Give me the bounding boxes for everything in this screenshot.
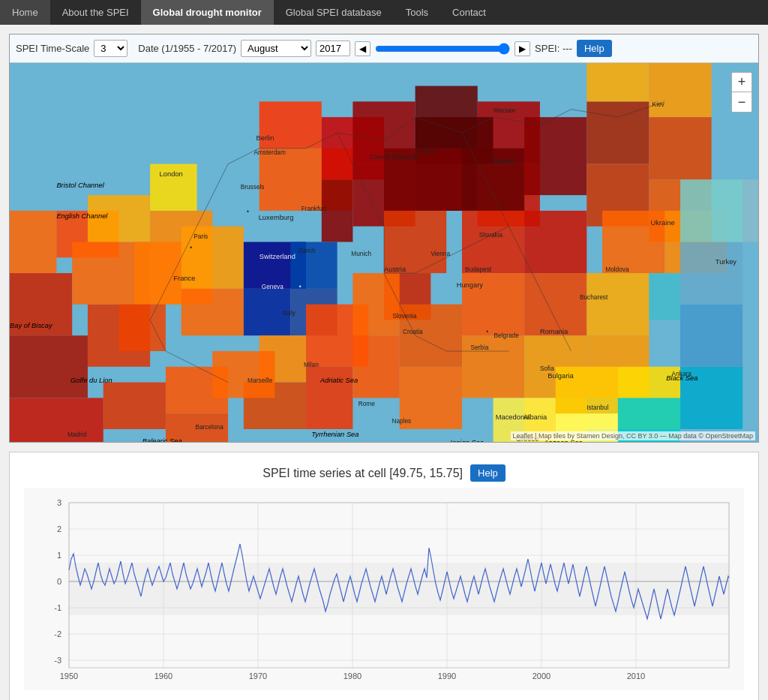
svg-rect-48 bbox=[352, 335, 399, 398]
nav-database[interactable]: Global SPEI database bbox=[274, 0, 394, 25]
map-svg: Berlin Prague Brussels Luxemburg Zurich … bbox=[10, 63, 758, 442]
svg-text:Berlin: Berlin bbox=[256, 134, 274, 142]
nav-contact[interactable]: Contact bbox=[440, 0, 498, 25]
svg-text:2: 2 bbox=[57, 524, 62, 533]
svg-text:Adriatic Sea: Adriatic Sea bbox=[320, 377, 358, 384]
svg-text:-2: -2 bbox=[54, 629, 62, 638]
svg-text:Romania: Romania bbox=[540, 328, 568, 335]
svg-text:2010: 2010 bbox=[627, 671, 645, 680]
svg-text:Ionian Sea: Ionian Sea bbox=[450, 439, 484, 442]
chart-svg: 3 2 1 0 -1 -2 -3 1950 1960 1970 1980 199… bbox=[22, 488, 746, 690]
svg-text:Macedonia: Macedonia bbox=[496, 413, 531, 421]
svg-text:Bay of Biscay: Bay of Biscay bbox=[10, 322, 53, 329]
svg-rect-12 bbox=[182, 289, 244, 335]
chart-container: 3 2 1 0 -1 -2 -3 1950 1960 1970 1980 199… bbox=[22, 488, 746, 690]
svg-text:Austria: Austria bbox=[384, 266, 406, 273]
navigation: Home About the SPEI Global drought monit… bbox=[0, 0, 768, 25]
svg-rect-69 bbox=[680, 179, 742, 242]
svg-text:Geneva: Geneva bbox=[262, 283, 284, 290]
zoom-in-button[interactable]: + bbox=[732, 73, 752, 92]
svg-text:Munich: Munich bbox=[351, 250, 371, 257]
svg-text:Balearic Sea: Balearic Sea bbox=[142, 437, 182, 442]
map-toolbar: SPEI Time-Scale 3 6 12 24 48 Date (1/195… bbox=[10, 35, 758, 63]
svg-rect-42 bbox=[524, 273, 586, 335]
svg-rect-44 bbox=[384, 211, 446, 273]
svg-rect-10 bbox=[134, 242, 181, 304]
svg-text:•: • bbox=[247, 208, 249, 215]
svg-text:Black Sea: Black Sea bbox=[666, 375, 698, 383]
month-select[interactable]: JanuaryFebruaryMarch AprilMayJune JulyAu… bbox=[241, 40, 311, 57]
svg-rect-70 bbox=[10, 398, 104, 442]
svg-rect-68 bbox=[649, 273, 680, 320]
svg-rect-49 bbox=[352, 273, 399, 335]
nav-monitor[interactable]: Global drought monitor bbox=[141, 0, 274, 25]
map-section: SPEI Time-Scale 3 6 12 24 48 Date (1/195… bbox=[9, 34, 759, 443]
svg-text:Kiev: Kiev bbox=[652, 101, 665, 108]
svg-text:Tyrrhenian Sea: Tyrrhenian Sea bbox=[311, 431, 358, 438]
spei-value-display: SPEI: --- bbox=[535, 43, 572, 54]
chart-section: SPEI time series at cell [49.75, 15.75] … bbox=[9, 452, 759, 700]
nav-home[interactable]: Home bbox=[0, 0, 50, 25]
svg-rect-71 bbox=[104, 383, 166, 429]
svg-text:0: 0 bbox=[57, 577, 62, 586]
svg-text:Bristol Channel: Bristol Channel bbox=[56, 182, 104, 189]
nav-about[interactable]: About the SPEI bbox=[50, 0, 141, 25]
svg-text:Brussels: Brussels bbox=[241, 183, 265, 191]
svg-text:Warsaw: Warsaw bbox=[494, 107, 517, 114]
svg-text:Golfe du Lion: Golfe du Lion bbox=[70, 377, 112, 384]
svg-text:Hungary: Hungary bbox=[457, 281, 484, 289]
svg-rect-74 bbox=[212, 351, 274, 398]
chart-help-button[interactable]: Help bbox=[470, 464, 506, 482]
svg-rect-4 bbox=[10, 335, 88, 398]
map-canvas[interactable]: Berlin Prague Brussels Luxemburg Zurich … bbox=[10, 63, 758, 442]
svg-text:Italy: Italy bbox=[283, 309, 296, 317]
svg-rect-34 bbox=[649, 117, 711, 179]
date-slider[interactable] bbox=[375, 43, 510, 55]
svg-text:Poland: Poland bbox=[491, 158, 513, 166]
svg-text:Slovakia: Slovakia bbox=[479, 231, 503, 239]
svg-text:•: • bbox=[299, 283, 302, 290]
svg-text:1960: 1960 bbox=[154, 671, 172, 680]
svg-rect-32 bbox=[586, 101, 649, 164]
svg-text:Turkey: Turkey bbox=[716, 258, 737, 266]
next-arrow-button[interactable]: ▶ bbox=[514, 41, 530, 56]
svg-rect-31 bbox=[524, 117, 586, 195]
svg-rect-39 bbox=[586, 63, 649, 101]
svg-text:Istanbul: Istanbul bbox=[586, 404, 608, 411]
svg-text:France: France bbox=[173, 275, 195, 282]
svg-text:2000: 2000 bbox=[532, 671, 550, 680]
chart-title: SPEI time series at cell [49.75, 15.75] bbox=[262, 467, 463, 480]
svg-text:1980: 1980 bbox=[344, 671, 362, 680]
svg-text:Rome: Rome bbox=[358, 400, 376, 407]
svg-text:Marseille: Marseille bbox=[248, 377, 273, 384]
svg-text:Barcelona: Barcelona bbox=[195, 423, 224, 431]
svg-text:Madrid: Madrid bbox=[68, 431, 87, 438]
spei-timescale-select[interactable]: 3 6 12 24 48 bbox=[94, 40, 128, 57]
svg-rect-40 bbox=[462, 211, 524, 273]
svg-rect-13 bbox=[119, 305, 166, 351]
svg-text:•: • bbox=[486, 328, 488, 335]
svg-text:Luxemburg: Luxemburg bbox=[259, 214, 294, 221]
nav-tools[interactable]: Tools bbox=[394, 0, 440, 25]
svg-text:Bucharest: Bucharest bbox=[580, 293, 608, 301]
map-help-button[interactable]: Help bbox=[577, 40, 612, 57]
svg-text:Serbia: Serbia bbox=[470, 344, 488, 351]
svg-rect-41 bbox=[524, 211, 586, 273]
svg-rect-65 bbox=[680, 305, 742, 367]
svg-rect-38 bbox=[649, 63, 711, 117]
zoom-out-button[interactable]: − bbox=[732, 92, 752, 112]
svg-text:Frankfurt: Frankfurt bbox=[302, 205, 327, 212]
svg-text:Naples: Naples bbox=[392, 417, 411, 425]
svg-text:•: • bbox=[190, 244, 192, 251]
svg-text:Czech Republic: Czech Republic bbox=[370, 153, 419, 161]
svg-text:1: 1 bbox=[57, 551, 62, 560]
svg-rect-27 bbox=[322, 179, 353, 242]
svg-text:Amsterdam: Amsterdam bbox=[254, 149, 286, 156]
year-input[interactable] bbox=[316, 41, 350, 56]
svg-text:Belgrade: Belgrade bbox=[494, 332, 520, 339]
date-range-label: Date (1/1955 - 7/2017) bbox=[138, 43, 236, 54]
svg-text:Moldova: Moldova bbox=[605, 266, 629, 273]
svg-text:English Channel: English Channel bbox=[56, 212, 108, 220]
svg-text:London: London bbox=[160, 170, 183, 178]
prev-arrow-button[interactable]: ◀ bbox=[355, 41, 370, 56]
